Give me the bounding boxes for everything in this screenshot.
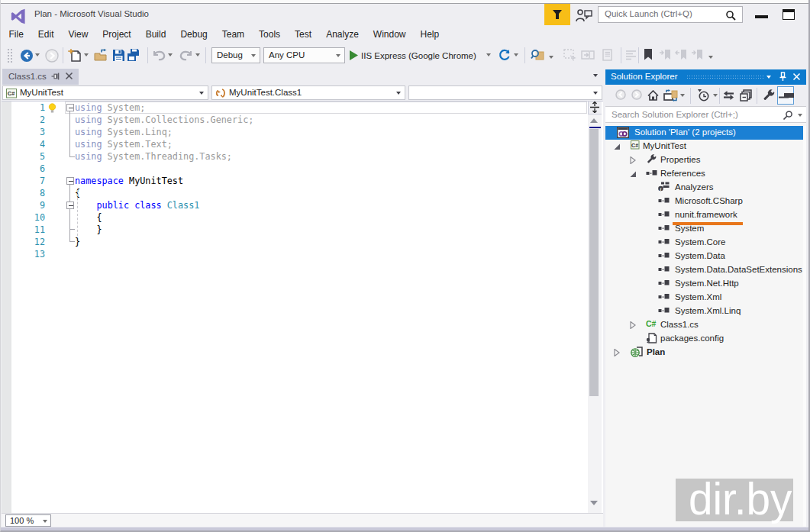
window-position-dropdown-icon[interactable] — [766, 76, 771, 79]
member-dropdown[interactable] — [408, 85, 602, 100]
save-icon[interactable] — [112, 49, 125, 62]
tab-class1[interactable]: Class1.cs — [2, 69, 79, 85]
tree-item-microsoft-csharp[interactable]: Microsoft.CSharp — [605, 195, 806, 208]
find-overflow-caret-icon[interactable] — [549, 56, 553, 59]
splitter-handle[interactable] — [588, 102, 602, 114]
vertical-scrollbar[interactable] — [588, 102, 602, 513]
tree-item-nunit-framework[interactable]: nunit.framework — [605, 208, 806, 222]
menu-item-debug[interactable]: Debug — [173, 25, 215, 44]
scrollbar-up-arrow[interactable] — [590, 118, 598, 123]
menu-item-project[interactable]: Project — [95, 25, 138, 44]
pin-icon[interactable] — [51, 72, 60, 81]
tree-item-system[interactable]: System — [605, 222, 806, 236]
expander-expanded-icon[interactable] — [629, 170, 637, 178]
search-options-caret-icon[interactable] — [798, 114, 802, 117]
menu-item-analyze[interactable]: Analyze — [319, 25, 366, 44]
toolbar-grip[interactable] — [7, 48, 12, 63]
tree-item-system-xml[interactable]: System.Xml — [605, 291, 806, 305]
refresh-icon[interactable] — [498, 49, 511, 62]
expander-collapsed-icon[interactable] — [629, 321, 637, 329]
menu-item-test[interactable]: Test — [288, 25, 319, 44]
tree-item-system-core[interactable]: System.Core — [605, 236, 806, 250]
solution-explorer-header[interactable]: Solution Explorer — [605, 69, 806, 85]
back-button-icon[interactable] — [615, 89, 626, 100]
collapse-all-icon[interactable] — [740, 89, 752, 102]
refresh-caret-icon[interactable] — [514, 53, 518, 56]
tree-item-system-data-datasetextensions[interactable]: System.Data.DataSetExtensions — [605, 263, 806, 277]
tree-item-analyzers[interactable]: iAnalyzers — [605, 181, 806, 195]
new-project-icon[interactable] — [67, 48, 82, 63]
menu-item-view[interactable]: View — [61, 25, 95, 44]
menu-item-team[interactable]: Team — [215, 25, 251, 44]
menu-item-edit[interactable]: Edit — [31, 25, 61, 44]
tree-item-solution-plan-2-projects-[interactable]: Solution 'Plan' (2 projects) — [605, 126, 806, 140]
sync-with-active-document-icon[interactable] — [723, 90, 734, 101]
save-all-icon[interactable] — [127, 48, 143, 62]
find-in-files-icon[interactable] — [531, 49, 544, 62]
new-project-caret-icon[interactable] — [84, 53, 89, 56]
pending-changes-filter-icon[interactable] — [697, 89, 710, 102]
menu-item-build[interactable]: Build — [138, 25, 173, 44]
tree-item-references[interactable]: References — [605, 167, 806, 181]
tab-list-dropdown-icon[interactable] — [593, 74, 598, 77]
solution-configurations-dropdown-caret-icon[interactable] — [251, 54, 256, 57]
close-icon[interactable] — [792, 73, 801, 81]
close-tab-icon[interactable] — [65, 72, 73, 80]
open-file-icon[interactable] — [94, 49, 108, 62]
tree-item-system-xml-linq[interactable]: System.Xml.Linq — [605, 305, 806, 318]
switch-views-icon[interactable] — [663, 89, 679, 102]
tree-item-myunittest[interactable]: C#MyUnitTest — [605, 140, 806, 153]
breakpoint-margin[interactable] — [2, 102, 11, 513]
quick-launch-input[interactable]: Quick Launch (Ctrl+Q) — [598, 6, 743, 23]
tree-item-class1-cs[interactable]: C#Class1.cs — [605, 318, 806, 332]
navigate-backward-caret-icon[interactable] — [35, 53, 40, 56]
project-dropdown[interactable]: C# MyUnitTest — [2, 85, 208, 100]
redo-caret-icon[interactable] — [195, 53, 200, 56]
navigate-forward-icon[interactable] — [45, 49, 59, 63]
tree-item-packages-config[interactable]: packages.config — [605, 332, 806, 346]
menu-item-file[interactable]: File — [2, 25, 31, 44]
solution-explorer-search[interactable]: Search Solution Explorer (Ctrl+;) — [605, 106, 806, 123]
menu-item-tools[interactable]: Tools — [252, 25, 288, 44]
notifications-flag-button[interactable] — [544, 4, 570, 25]
type-dropdown[interactable]: MyUnitTest.Class1 — [211, 85, 405, 100]
forward-button-icon[interactable] — [631, 89, 642, 100]
fold-collapse-box[interactable] — [66, 177, 74, 185]
restore-button[interactable] — [777, 4, 800, 25]
tree-item-plan[interactable]: Plan — [605, 346, 806, 360]
bookmarks-overflow-caret-icon[interactable] — [708, 56, 713, 59]
preview-selected-items-toggle[interactable] — [777, 86, 794, 105]
scrollbar-thumb[interactable] — [589, 129, 599, 396]
menu-item-help[interactable]: Help — [413, 25, 447, 44]
lightbulb-icon[interactable] — [47, 103, 57, 114]
fold-collapse-box[interactable] — [66, 202, 74, 209]
navigate-backward-icon[interactable] — [20, 49, 34, 63]
zoom-level-dropdown[interactable]: 100 % — [5, 514, 51, 527]
expander-expanded-icon[interactable] — [613, 143, 621, 150]
minimize-button[interactable] — [750, 4, 773, 25]
tree-item-properties[interactable]: Properties — [605, 153, 806, 167]
menu-item-window[interactable]: Window — [366, 25, 413, 44]
fold-collapse-box[interactable] — [66, 104, 74, 111]
tree-item-system-data[interactable]: System.Data — [605, 250, 806, 263]
expander-collapsed-icon[interactable] — [629, 156, 637, 164]
solution-platforms-dropdown-caret-icon[interactable] — [336, 54, 340, 57]
toggle-bookmark-icon[interactable] — [644, 49, 653, 60]
run-target-caret-icon[interactable] — [486, 53, 491, 56]
switch-views-caret-icon[interactable] — [680, 94, 685, 97]
scrollbar-down-arrow[interactable] — [590, 501, 598, 505]
properties-icon[interactable] — [762, 89, 775, 102]
solution-configurations-dropdown[interactable]: Debug — [211, 47, 260, 63]
pin-icon[interactable] — [779, 72, 787, 82]
run-target-label[interactable]: IIS Express (Google Chrome) — [361, 51, 476, 60]
undo-caret-icon[interactable] — [168, 53, 173, 56]
csproj-icon: C# — [631, 140, 643, 153]
expander-collapsed-icon[interactable] — [613, 349, 621, 356]
filter-caret-icon[interactable] — [713, 94, 718, 97]
start-debugging-icon[interactable] — [349, 50, 359, 61]
home-icon[interactable] — [647, 90, 659, 101]
tree-item-system-net-http[interactable]: System.Net.Http — [605, 277, 806, 291]
feedback-icon[interactable] — [574, 7, 594, 24]
code-editor[interactable]: 12345678910111213 using System;using Sys… — [2, 102, 603, 513]
solution-platforms-dropdown[interactable]: Any CPU — [263, 47, 345, 63]
